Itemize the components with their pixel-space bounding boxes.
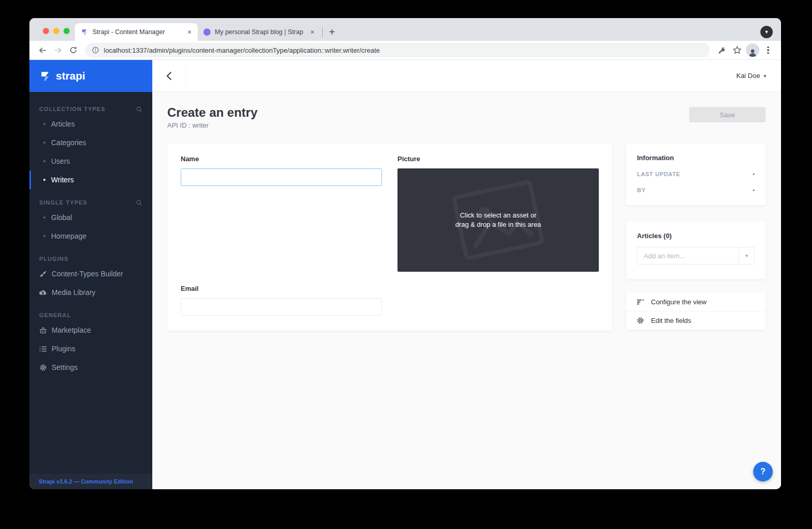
edit-fields-link[interactable]: Edit the fields: [626, 311, 766, 330]
sidebar-item-users[interactable]: Users: [29, 152, 152, 170]
browser-menu-icon[interactable]: [761, 43, 775, 57]
sidebar-item-content-types-builder[interactable]: Content-Types Builder: [29, 264, 152, 283]
strapi-logo-text: strapi: [56, 70, 85, 82]
strapi-logo[interactable]: strapi: [29, 60, 152, 92]
sidebar-item-label: Users: [51, 157, 70, 165]
sidebar-item-label: Writers: [51, 176, 74, 184]
picture-label: Picture: [397, 155, 599, 163]
password-key-icon[interactable]: [715, 43, 728, 57]
last-update-value: -: [753, 170, 755, 178]
name-input[interactable]: [181, 168, 382, 186]
address-bar[interactable]: localhost:1337/admin/plugins/content-man…: [85, 43, 710, 57]
tab-strip: Strapi - Content Manager × My personal S…: [29, 18, 781, 41]
configure-view-link[interactable]: Configure the view: [626, 292, 766, 311]
forward-button[interactable]: [51, 43, 65, 57]
sidebar-item-articles[interactable]: Articles: [29, 115, 152, 133]
dropzone-text-line2: drag & drop a file in this area: [455, 220, 541, 229]
email-field-group: Email: [181, 285, 382, 316]
profile-avatar[interactable]: [746, 43, 759, 57]
edit-fields-label: Edit the fields: [651, 317, 691, 324]
section-title: SINGLE TYPES: [39, 199, 87, 206]
tab-search-button[interactable]: ▼: [760, 26, 773, 38]
cloud-upload-icon: [39, 289, 47, 296]
version-text: Strapi v3.6.2 — Community Edition: [39, 478, 133, 485]
sidebar-item-plugins[interactable]: Plugins: [29, 339, 152, 358]
chevron-down-icon: ▾: [763, 73, 766, 79]
tab-strapi-content-manager[interactable]: Strapi - Content Manager ×: [75, 23, 198, 41]
section-collection-types: COLLECTION TYPES: [29, 103, 152, 115]
articles-title: Articles (0): [637, 232, 755, 240]
sidebar-item-label: Plugins: [52, 345, 75, 353]
close-tab-icon[interactable]: ×: [185, 28, 194, 36]
sidebar-item-homepage[interactable]: Homepage: [29, 227, 152, 245]
right-panel: Information LAST UPDATE - BY -: [626, 144, 766, 330]
url-text: localhost:1337/admin/plugins/content-man…: [104, 46, 380, 54]
list-icon: [39, 345, 47, 353]
sidebar-item-media-library[interactable]: Media Library: [29, 283, 152, 302]
close-window-button[interactable]: [43, 28, 49, 34]
search-icon[interactable]: [136, 199, 142, 206]
sidebar-item-label: Articles: [51, 120, 75, 128]
tabs: Strapi - Content Manager × My personal S…: [75, 23, 339, 41]
picture-dropzone[interactable]: Click to select an asset or drag & drop …: [397, 168, 599, 272]
back-button[interactable]: [36, 43, 49, 57]
title-block: Create an entry API ID : writer: [167, 105, 258, 129]
page-body: Create an entry API ID : writer Save Nam…: [152, 92, 781, 489]
section-title: COLLECTION TYPES: [39, 106, 105, 112]
last-update-row: LAST UPDATE -: [637, 170, 755, 178]
section-title: GENERAL: [39, 312, 71, 318]
main-content: Kai Doe ▾ Create an entry API ID : write…: [152, 60, 781, 489]
name-field-group: Name: [181, 155, 382, 186]
minimize-window-button[interactable]: [53, 28, 59, 34]
sidebar-item-label: Homepage: [51, 232, 87, 240]
section-plugins: PLUGINS: [29, 253, 152, 264]
sidebar-item-settings[interactable]: Settings: [29, 358, 152, 377]
page-title: Create an entry: [167, 105, 258, 120]
view-links-card: Configure the view Edit the fields: [626, 292, 766, 330]
close-tab-icon[interactable]: ×: [308, 28, 316, 36]
refresh-button[interactable]: [67, 43, 80, 57]
user-menu[interactable]: Kai Doe ▾: [736, 72, 781, 80]
maximize-window-button[interactable]: [63, 28, 70, 34]
search-icon[interactable]: [136, 106, 142, 113]
sidebar-item-categories[interactable]: Categories: [29, 133, 152, 152]
sidebar: strapi COLLECTION TYPES Articles Categor…: [29, 60, 152, 489]
app-header: Kai Doe ▾: [152, 60, 781, 92]
add-article-select[interactable]: Add an item... ▼: [637, 247, 755, 264]
chevron-down-icon[interactable]: ▼: [739, 247, 754, 264]
version-footer[interactable]: Strapi v3.6.2 — Community Edition: [29, 474, 152, 489]
browser-window: Strapi - Content Manager × My personal S…: [29, 18, 781, 489]
blog-favicon-icon: [203, 28, 211, 36]
help-button[interactable]: ?: [753, 462, 773, 481]
email-label: Email: [181, 285, 382, 292]
section-general: GENERAL: [29, 309, 152, 321]
save-button[interactable]: Save: [689, 107, 766, 122]
tab-strapi-blog[interactable]: My personal Strapi blog | Strap ×: [198, 23, 321, 41]
go-back-button[interactable]: [152, 60, 186, 91]
page-head: Create an entry API ID : writer Save: [167, 105, 766, 129]
sidebar-item-writers[interactable]: Writers: [29, 170, 152, 189]
desktop-background: Strapi - Content Manager × My personal S…: [0, 0, 812, 529]
sidebar-item-label: Marketplace: [52, 326, 91, 334]
site-info-icon[interactable]: [92, 46, 99, 54]
configure-view-label: Configure the view: [651, 298, 707, 306]
gear-icon: [636, 317, 644, 324]
api-id-subtitle: API ID : writer: [167, 121, 258, 129]
sidebar-item-marketplace[interactable]: Marketplace: [29, 321, 152, 339]
picture-field-group: Picture Click to select an asset or drag…: [397, 155, 599, 272]
email-input[interactable]: [181, 298, 382, 316]
sidebar-item-global[interactable]: Global: [29, 208, 152, 227]
new-tab-button[interactable]: +: [325, 25, 339, 39]
tab-title: Strapi - Content Manager: [92, 28, 181, 36]
gear-icon: [39, 364, 47, 371]
sidebar-item-label: Content-Types Builder: [52, 270, 123, 278]
window-controls: [43, 28, 70, 34]
by-row: BY -: [637, 186, 755, 194]
browser-toolbar: localhost:1337/admin/plugins/content-man…: [29, 41, 781, 60]
tab-title: My personal Strapi blog | Strap: [215, 28, 304, 36]
last-update-label: LAST UPDATE: [637, 171, 680, 177]
by-label: BY: [637, 187, 646, 193]
entry-form-card: Name Picture: [167, 144, 612, 331]
information-title: Information: [637, 154, 755, 162]
bookmark-star-icon[interactable]: [730, 43, 744, 57]
